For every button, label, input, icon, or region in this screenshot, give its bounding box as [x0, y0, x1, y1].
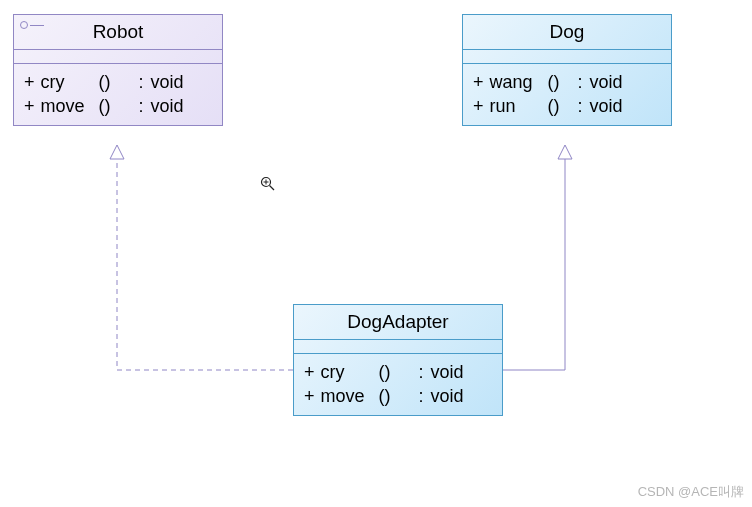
methods-compartment: + wang () : void + run () : void: [463, 64, 671, 125]
visibility: +: [473, 70, 490, 94]
method-row: + move () : void: [24, 94, 212, 118]
visibility: +: [473, 94, 490, 118]
method-name: move: [41, 94, 99, 118]
method-params: (): [99, 94, 139, 118]
interface-icon-stick: [30, 25, 44, 26]
method-row: + run () : void: [473, 94, 661, 118]
method-name: cry: [321, 360, 379, 384]
watermark-text: CSDN @ACE叫牌: [638, 483, 744, 501]
colon: :: [578, 94, 590, 118]
class-title: Robot: [14, 15, 222, 50]
method-params: (): [379, 360, 419, 384]
uml-class-robot: Robot + cry () : void + move () : void: [13, 14, 223, 126]
methods-compartment: + cry () : void + move () : void: [294, 354, 502, 415]
interface-icon: [20, 21, 28, 29]
return-type: void: [590, 94, 623, 118]
method-row: + wang () : void: [473, 70, 661, 94]
class-title: DogAdapter: [294, 305, 502, 340]
colon: :: [419, 384, 431, 408]
method-row: + cry () : void: [304, 360, 492, 384]
method-params: (): [548, 70, 578, 94]
uml-class-dog: Dog + wang () : void + run () : void: [462, 14, 672, 126]
return-type: void: [431, 384, 464, 408]
visibility: +: [24, 94, 41, 118]
uml-class-dogadapter: DogAdapter + cry () : void + move () : v…: [293, 304, 503, 416]
attributes-compartment: [294, 340, 502, 354]
magnifier-icon: [260, 176, 276, 197]
method-params: (): [379, 384, 419, 408]
class-title: Dog: [463, 15, 671, 50]
svg-marker-0: [110, 145, 124, 159]
visibility: +: [304, 360, 321, 384]
attributes-compartment: [463, 50, 671, 64]
method-name: wang: [490, 70, 548, 94]
colon: :: [578, 70, 590, 94]
method-params: (): [99, 70, 139, 94]
method-name: cry: [41, 70, 99, 94]
methods-compartment: + cry () : void + move () : void: [14, 64, 222, 125]
colon: :: [139, 70, 151, 94]
colon: :: [139, 94, 151, 118]
visibility: +: [304, 384, 321, 408]
attributes-compartment: [14, 50, 222, 64]
method-name: move: [321, 384, 379, 408]
return-type: void: [431, 360, 464, 384]
visibility: +: [24, 70, 41, 94]
method-row: + cry () : void: [24, 70, 212, 94]
svg-line-3: [270, 186, 275, 191]
return-type: void: [151, 70, 184, 94]
return-type: void: [151, 94, 184, 118]
svg-marker-1: [558, 145, 572, 159]
method-name: run: [490, 94, 548, 118]
method-params: (): [548, 94, 578, 118]
return-type: void: [590, 70, 623, 94]
colon: :: [419, 360, 431, 384]
method-row: + move () : void: [304, 384, 492, 408]
